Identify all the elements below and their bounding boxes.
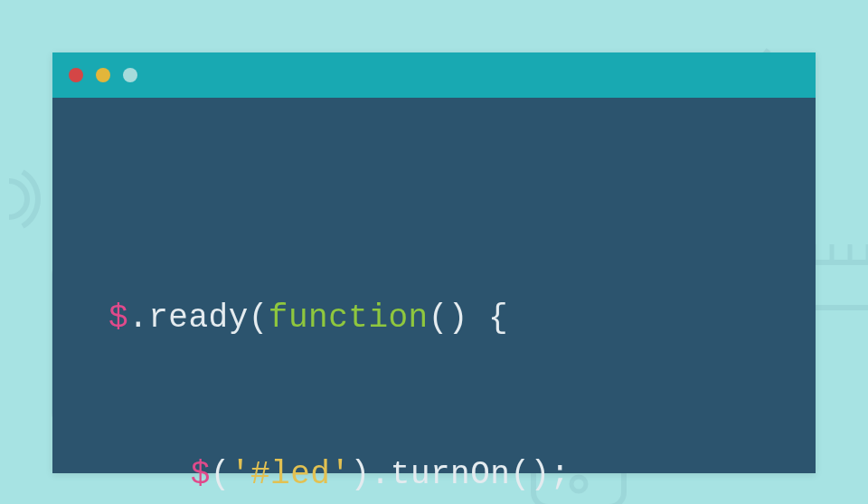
paren-token: ) — [351, 456, 371, 493]
dot-token: . — [128, 300, 148, 337]
paren-token: ( — [211, 456, 231, 493]
call-token: (); — [510, 456, 570, 493]
dollar-token: $ — [191, 456, 211, 493]
parens-token: () — [429, 300, 468, 337]
method-token: turnOn — [391, 456, 511, 493]
dollar-token: $ — [108, 300, 128, 337]
code-editor-window: $.ready(function() { $('#led').turnOn();… — [52, 52, 816, 473]
close-button[interactable] — [69, 68, 83, 82]
string-token: '#led' — [231, 456, 351, 493]
dot-token: . — [371, 456, 391, 493]
keyword-token: function — [269, 300, 429, 337]
paren-token: ( — [249, 300, 269, 337]
window-title-bar — [52, 52, 816, 98]
method-token: ready — [148, 300, 249, 337]
code-line-2: $('#led').turnOn(); — [108, 449, 770, 501]
brace-token: { — [468, 300, 508, 337]
minimize-button[interactable] — [96, 68, 110, 82]
code-content: $.ready(function() { $('#led').turnOn();… — [52, 98, 816, 504]
maximize-button[interactable] — [123, 68, 137, 82]
code-line-1: $.ready(function() { — [108, 292, 770, 345]
